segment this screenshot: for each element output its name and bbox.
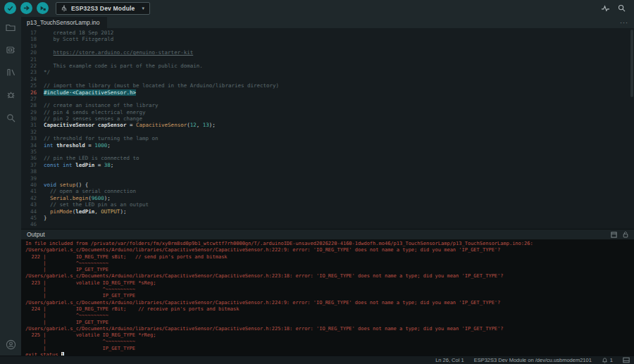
output-line: | ^~~~~~~~~~~	[25, 339, 634, 345]
panel-toggle-button[interactable]	[623, 357, 630, 363]
output-lines: In file included from /private/var/folde…	[25, 241, 634, 352]
line-number: 41	[21, 188, 37, 194]
code-line[interactable]: 36// pin the LED is connected to	[21, 155, 634, 161]
code-line[interactable]: 21	[21, 56, 634, 63]
output-line: 223 | volatile IO_REG_TYPE *sReg;	[25, 280, 634, 287]
output-terminal[interactable]: In file included from /private/var/folde…	[21, 239, 634, 356]
output-line: | IP_GET_TYPE	[25, 320, 634, 326]
code-line[interactable]: 40void setup() {	[21, 182, 634, 188]
output-line: | ^~~~~~~~~~~	[25, 313, 634, 319]
code-line[interactable]: 37const int ledPin = 38;	[21, 162, 634, 168]
output-line: /Users/gabriel.s_c/Documents/Arduino/lib…	[25, 273, 634, 280]
output-line: 225 | volatile IO_REG_TYPE *rReg;	[25, 332, 634, 339]
code-line[interactable]: 34int threshold = 1000;	[21, 142, 634, 149]
line-number: 44	[21, 208, 37, 215]
code-line[interactable]: 27	[21, 96, 634, 102]
sketchbook-folder-icon[interactable]	[5, 22, 16, 33]
status-bar: Ln 26, Col 1 ESP32S3 Dev Module on /dev/…	[0, 356, 634, 364]
line-number: 37	[21, 162, 37, 168]
boards-manager-icon[interactable]	[5, 44, 16, 56]
output-exit-line: exit status 1	[25, 352, 634, 356]
code-line[interactable]: 20 https://store.arduino.cc/genuino-star…	[21, 49, 634, 56]
code-line[interactable]: 30// pin 2 senses senses a change	[21, 115, 634, 122]
output-panel-header: Output	[21, 229, 634, 239]
code-line[interactable]: 42 Serial.begin(9600);	[21, 195, 634, 201]
output-line: 222 | IO_REG_TYPE sBit; // send pin's po…	[25, 254, 634, 261]
terminal-cursor: 1	[61, 352, 64, 356]
line-number: 33	[21, 135, 37, 142]
panel-icon	[623, 357, 630, 363]
output-line: | ^~~~~~~~~~~	[25, 261, 634, 267]
line-number: 29	[21, 109, 37, 115]
line-number: 32	[21, 129, 37, 135]
line-number: 42	[21, 195, 37, 201]
board-selector-dropdown[interactable]: ESP32S3 Dev Module ▾	[56, 2, 150, 15]
cursor-position[interactable]: Ln 26, Col 1	[435, 357, 464, 363]
line-number: 26	[21, 89, 37, 96]
line-number: 21	[21, 56, 37, 63]
editor-scrollbar[interactable]	[630, 30, 633, 97]
code-editor[interactable]: 17 created 18 Sep 201218 by Scott Fitzge…	[21, 28, 634, 229]
output-line: /Users/gabriel.s_c/Documents/Arduino/lib…	[25, 300, 634, 306]
code-line[interactable]: 47void loop() {	[21, 228, 634, 229]
code-line[interactable]: 29// pin 4 sends electrical energy	[21, 109, 634, 115]
line-number: 17	[21, 30, 37, 36]
code-line[interactable]: 23*/	[21, 69, 634, 75]
code-line[interactable]: 33// threshold for turning the lamp on	[21, 135, 634, 142]
upload-button[interactable]	[20, 2, 32, 14]
arduino-ide-window: ESP32S3 Dev Module ▾	[0, 0, 634, 364]
code-line[interactable]: 18 by Scott Fitzgerald	[21, 36, 634, 42]
output-line: In file included from /private/var/folde…	[25, 241, 634, 247]
tab-sketch[interactable]: p13_TouchSensorLamp.ino	[21, 17, 107, 28]
activity-sidebar	[0, 17, 21, 356]
notification-count: 1	[610, 357, 613, 363]
code-line[interactable]: 28// create an instance of the library	[21, 102, 634, 108]
serial-monitor-icon[interactable]	[618, 4, 626, 12]
code-line[interactable]: 38	[21, 168, 634, 175]
line-number: 31	[21, 122, 37, 128]
code-line[interactable]: 43 // set the LED pin as an output	[21, 201, 634, 208]
code-line[interactable]: 24	[21, 76, 634, 82]
tab-title: p13_TouchSensorLamp.ino	[27, 19, 100, 26]
serial-plotter-icon[interactable]	[602, 5, 609, 12]
account-icon[interactable]	[5, 339, 16, 350]
tab-overflow-menu[interactable]: ···	[614, 19, 634, 26]
code-line[interactable]: 35	[21, 149, 634, 155]
line-number: 40	[21, 182, 37, 188]
search-icon[interactable]	[5, 112, 16, 123]
code-line[interactable]: 39	[21, 175, 634, 182]
board-port-status[interactable]: ESP32S3 Dev Module on /dev/cu.usbmodem21…	[474, 357, 592, 363]
line-number: 22	[21, 63, 37, 69]
notifications-button[interactable]: 1	[602, 357, 613, 363]
code-line[interactable]: 31CapacitiveSensor capSensor = Capacitiv…	[21, 122, 634, 128]
output-line: /Users/gabriel.s_c/Documents/Arduino/lib…	[25, 247, 634, 253]
verify-button[interactable]	[4, 2, 16, 14]
output-panel-title: Output	[27, 231, 45, 238]
line-number: 39	[21, 175, 37, 182]
code-line[interactable]: 46	[21, 221, 634, 227]
line-number: 27	[21, 96, 37, 102]
code-line[interactable]: 32	[21, 129, 634, 135]
usb-icon	[61, 2, 67, 15]
code-line[interactable]: 26#include·<CapacitiveSensor.h>	[21, 89, 634, 96]
library-manager-icon[interactable]	[5, 67, 16, 78]
code-line[interactable]: 22 This example code is part of the publ…	[21, 63, 634, 69]
line-number: 34	[21, 142, 37, 149]
line-number: 43	[21, 201, 37, 208]
maximize-icon[interactable]	[611, 232, 617, 238]
code-line[interactable]: 41 // open a serial connection	[21, 188, 634, 194]
lock-icon[interactable]	[623, 231, 628, 238]
line-number: 25	[21, 82, 37, 89]
debug-button[interactable]	[37, 2, 49, 14]
line-number: 46	[21, 221, 37, 227]
debugger-icon[interactable]	[5, 89, 16, 101]
line-number: 20	[21, 49, 37, 56]
code-line[interactable]: 45}	[21, 215, 634, 221]
code-line[interactable]: 17 created 18 Sep 2012	[21, 30, 634, 36]
code-line[interactable]: 44 pinMode(ledPin, OUTPUT);	[21, 208, 634, 215]
code-line[interactable]: 19	[21, 43, 634, 49]
output-line: 224 | IO_REG_TYPE rBit; // receive pin's…	[25, 306, 634, 313]
code-line[interactable]: 25// import the library (must be located…	[21, 82, 634, 89]
line-number: 19	[21, 43, 37, 49]
output-line: /Users/gabriel.s_c/Documents/Arduino/lib…	[25, 326, 634, 332]
